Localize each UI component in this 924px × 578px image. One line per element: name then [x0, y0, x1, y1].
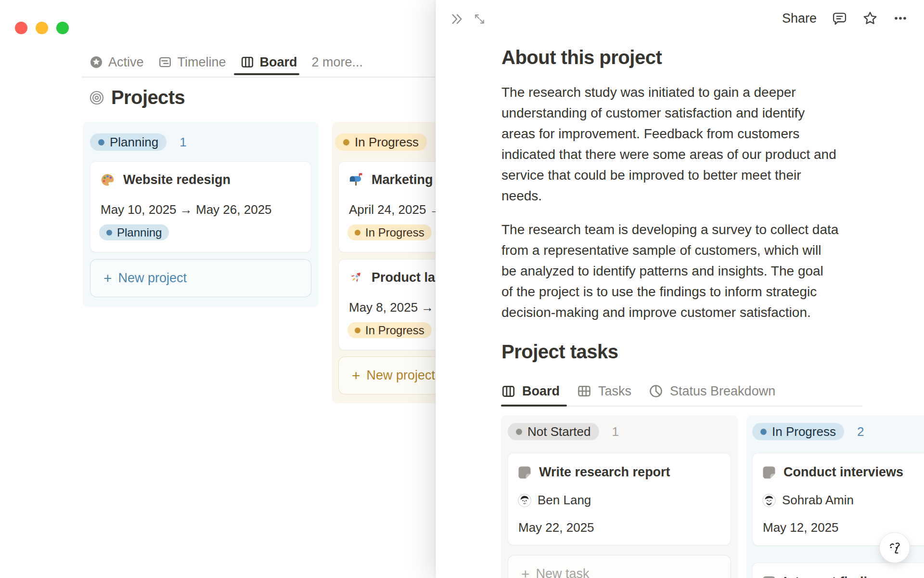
column-count: 1 — [180, 135, 186, 150]
card-status-tag: In Progress — [347, 322, 432, 338]
status-badge[interactable]: Planning — [90, 133, 167, 151]
about-heading: About this project — [501, 47, 662, 68]
project-tasks-heading: Project tasks — [501, 341, 618, 363]
new-project-button[interactable]: + New project — [90, 259, 311, 297]
tab-label: Timeline — [178, 55, 226, 70]
tab-tasks[interactable]: Tasks — [577, 384, 631, 399]
card-title: Product lau — [372, 270, 443, 285]
card-title: Marketing c — [372, 172, 444, 187]
minimize-window-button[interactable] — [36, 22, 48, 34]
timeline-icon — [158, 55, 172, 69]
side-peek-panel: Share About this project The research st… — [436, 0, 924, 578]
task-card[interactable]: Conduct interviews Sohrab Amin May 12, 2… — [752, 453, 924, 546]
status-dot-icon — [98, 139, 104, 145]
zoom-window-button[interactable] — [56, 22, 69, 34]
column-count: 2 — [857, 424, 864, 439]
pie-chart-icon — [649, 384, 663, 398]
column-header: Planning 1 — [90, 133, 187, 151]
project-card[interactable]: Website redesign May 10, 2025 → May 26, … — [90, 161, 311, 252]
status-badge[interactable]: In Progress — [335, 133, 427, 151]
page-title: Projects — [90, 87, 185, 108]
card-status-tag: Planning — [99, 224, 169, 240]
tab-timeline-view[interactable]: Timeline — [158, 55, 226, 70]
card-dates: May 10, 2025 → May 26, 2025 — [101, 202, 272, 217]
tasks-view-tabs: Board Tasks Status Breakdown — [501, 382, 775, 400]
about-paragraph-1: The research study was initiated to gain… — [501, 82, 877, 206]
tabs-divider — [82, 77, 436, 78]
card-title: Website redesign — [123, 172, 231, 187]
plus-icon: + — [352, 368, 360, 383]
card-title: Interpret findings — [783, 575, 890, 578]
assignee: Sohrab Amin — [762, 493, 854, 508]
palette-emoji — [100, 172, 115, 187]
column-header: Not Started 1 — [508, 423, 619, 440]
assignee-name: Ben Lang — [538, 493, 591, 508]
page-icon — [762, 466, 776, 479]
status-dot-icon — [760, 429, 767, 435]
status-dot-icon — [355, 230, 360, 236]
active-tab-underline — [234, 73, 299, 75]
board-icon — [501, 384, 515, 398]
column-planning: Planning 1 Website redesign May 10, 2025… — [83, 122, 319, 307]
plus-icon: + — [103, 271, 112, 286]
close-window-button[interactable] — [15, 22, 27, 34]
active-tab-underline — [501, 405, 567, 407]
view-tabs: Active Timeline Board 2 more... — [90, 53, 363, 71]
about-paragraph-2: The research team is developing a survey… — [501, 219, 877, 323]
peek-controls — [450, 13, 486, 26]
column-not-started: Not Started 1 Write research report — [501, 415, 738, 578]
status-dot-icon — [516, 429, 522, 435]
tab-status-breakdown[interactable]: Status Breakdown — [649, 384, 775, 399]
column-header: In Progress — [335, 133, 427, 151]
plus-icon: + — [521, 567, 530, 578]
column-count: 1 — [612, 424, 619, 439]
avatar — [518, 494, 531, 507]
tab-board-view[interactable]: Board — [241, 55, 297, 70]
avatar — [762, 494, 776, 507]
card-title: Write research report — [539, 465, 670, 480]
card-status-tag: In Progress — [347, 224, 432, 240]
tab-label: 2 more... — [312, 55, 363, 70]
tab-label: Active — [108, 55, 144, 70]
target-icon — [90, 91, 104, 105]
page-title-text[interactable]: Projects — [111, 87, 185, 108]
rocket-emoji — [348, 270, 363, 285]
window-controls — [15, 22, 69, 34]
status-dot-icon — [355, 328, 360, 333]
board-icon — [241, 55, 254, 69]
tab-board[interactable]: Board — [501, 384, 560, 399]
expand-page-icon[interactable] — [473, 13, 486, 26]
notion-window: Active Timeline Board 2 more... Projects — [0, 0, 924, 578]
status-dot-icon — [106, 230, 112, 236]
card-date: May 22, 2025 — [518, 520, 594, 535]
card-title: Conduct interviews — [783, 465, 903, 480]
notion-ai-button[interactable] — [879, 532, 910, 563]
tab-more-views[interactable]: 2 more... — [312, 55, 363, 70]
task-card[interactable]: Write research report Ben Lang May 22, 2… — [508, 453, 731, 545]
page-icon — [518, 466, 531, 479]
favorite-star-icon[interactable] — [862, 11, 878, 26]
mailbox-emoji — [348, 172, 363, 187]
column-header: In Progress 2 — [752, 423, 864, 440]
new-task-button[interactable]: + New task — [508, 555, 731, 578]
assignee: Ben Lang — [518, 493, 591, 508]
status-badge[interactable]: In Progress — [752, 423, 844, 440]
assignee-name: Sohrab Amin — [782, 493, 854, 508]
status-badge[interactable]: Not Started — [508, 423, 599, 440]
tab-label: Board — [260, 55, 297, 70]
more-options-icon[interactable] — [893, 11, 908, 26]
page-icon — [762, 576, 776, 578]
comments-icon[interactable] — [832, 11, 847, 26]
tab-active-view[interactable]: Active — [90, 55, 144, 70]
peek-actions: Share — [782, 11, 908, 26]
card-date: May 12, 2025 — [763, 520, 839, 535]
status-dot-icon — [343, 139, 349, 145]
share-button[interactable]: Share — [782, 11, 817, 26]
task-card[interactable]: Interpret findings — [752, 563, 924, 578]
table-icon — [577, 384, 591, 398]
close-peek-icon[interactable] — [450, 13, 463, 26]
star-badge-icon — [90, 56, 103, 68]
